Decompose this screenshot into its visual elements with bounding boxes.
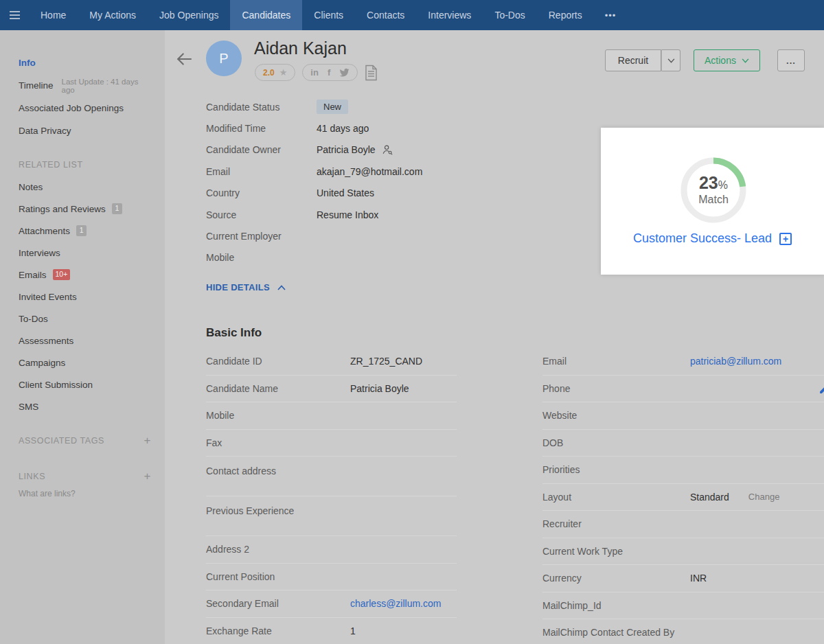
nav-item-candidates[interactable]: Candidates [230, 0, 302, 30]
detail-row-candidate-status: Candidate Status New [206, 96, 501, 117]
sidebar-item-campaigns[interactable]: Campaigns [19, 352, 152, 373]
sidebar-item-sms[interactable]: SMS [19, 395, 152, 417]
edit-pencil-icon[interactable] [819, 383, 824, 395]
associated-tags-section: ASSOCIATED TAGS + [19, 430, 152, 452]
recruit-split-button: Recruit [605, 49, 680, 71]
count-badge: 1 [112, 203, 122, 214]
nav-item-to-dos[interactable]: To-Dos [483, 0, 536, 30]
matched-job-link[interactable]: Customer Success- Lead + [601, 231, 824, 246]
field-label: Current Work Type [542, 546, 690, 557]
field-label: Country [206, 187, 317, 198]
detail-row-mobile: Mobile [206, 247, 501, 268]
nav-more-icon[interactable]: ••• [594, 0, 628, 30]
nav-item-contacts[interactable]: Contacts [355, 0, 416, 30]
field-label: Email [542, 356, 690, 367]
sidebar-item-assessments[interactable]: Assessments [19, 330, 152, 352]
email-link[interactable]: patriciab@zillum.com [690, 356, 781, 367]
secondary-email-link[interactable]: charless@zillum.com [350, 598, 441, 609]
sidebar-item-interviews[interactable]: Interviews [19, 242, 152, 264]
field-row-candidate-id: Candidate ID ZR_1725_CAND [206, 348, 457, 376]
field-row-phone: Phone [542, 376, 824, 403]
field-label: Phone [542, 383, 690, 394]
recruit-dropdown-icon[interactable] [661, 49, 680, 71]
match-label: Match [698, 194, 729, 206]
candidate-badges-row: 2.0 ★ in f [255, 64, 378, 81]
field-row-current-position: Current Position [206, 564, 457, 591]
resume-icon[interactable] [365, 65, 378, 81]
recruit-button[interactable]: Recruit [605, 49, 661, 71]
field-value: 1 [350, 625, 356, 636]
linkedin-icon[interactable]: in [310, 67, 319, 78]
change-owner-icon[interactable] [382, 144, 393, 155]
change-layout-link[interactable]: Change [748, 492, 780, 502]
match-score-card: 23% Match Customer Success- Lead + [601, 128, 824, 275]
chevron-down-icon [742, 58, 749, 63]
field-row-recruiter: Recruiter [542, 511, 824, 538]
field-row-candidate-name: Candidate Name Patricia Boyle [206, 376, 457, 403]
nav-item-my-actions[interactable]: My Actions [78, 0, 148, 30]
twitter-icon[interactable] [339, 68, 350, 77]
field-value: 41 days ago [317, 123, 369, 134]
nav-item-clients[interactable]: Clients [302, 0, 355, 30]
field-label: Website [542, 410, 690, 421]
add-tag-icon[interactable]: + [142, 434, 152, 448]
field-value: INR [690, 573, 707, 584]
sidebar-item-data-privacy[interactable]: Data Privacy [19, 119, 152, 142]
field-value: United States [317, 187, 374, 198]
sidebar-item-to-dos[interactable]: To-Dos [19, 308, 152, 330]
field-row-currency: Currency INR [542, 565, 824, 593]
sidebar-item-invited-events[interactable]: Invited Events [19, 286, 152, 308]
hide-details-link[interactable]: HIDE DETAILS [206, 282, 286, 292]
field-value: ZR_1725_CAND [350, 356, 422, 367]
star-icon: ★ [279, 68, 288, 77]
field-label: Mobile [206, 410, 350, 421]
field-label: Exchange Rate [206, 625, 350, 636]
nav-item-interviews[interactable]: Interviews [416, 0, 483, 30]
sidebar-item-notes[interactable]: Notes [19, 176, 152, 198]
field-row-mailchimp-id: MailChimp_Id [542, 593, 824, 620]
field-label: Mobile [206, 252, 317, 263]
actions-button[interactable]: Actions [694, 49, 760, 71]
nav-item-reports[interactable]: Reports [537, 0, 594, 30]
more-options-button[interactable]: ... [777, 49, 805, 71]
sidebar-item-client-submission[interactable]: Client Submission [19, 373, 152, 395]
hamburger-menu-icon[interactable] [0, 0, 29, 30]
what-are-links-link[interactable]: What are links? [19, 489, 152, 498]
facebook-icon[interactable]: f [328, 67, 330, 78]
nav-item-job-openings[interactable]: Job Openings [148, 0, 230, 30]
field-row-dob: DOB [542, 430, 824, 457]
field-label: Email [206, 166, 317, 177]
add-link-icon[interactable]: + [142, 470, 152, 483]
rating-pill[interactable]: 2.0 ★ [255, 64, 295, 81]
sidebar-item-info[interactable]: Info [19, 51, 152, 74]
sidebar-item-label: Emails [19, 270, 47, 280]
chevron-up-icon [277, 285, 286, 290]
actions-button-label: Actions [705, 55, 736, 66]
quick-details: Candidate Status New Modified Time 41 da… [206, 96, 501, 268]
basic-info-right-column: Email patriciab@zillum.com Phone Website… [542, 348, 824, 644]
basic-info-left-column: Candidate ID ZR_1725_CAND Candidate Name… [206, 348, 457, 644]
sidebar-item-associated-job-openings[interactable]: Associated Job Openings [19, 97, 152, 119]
sidebar-item-ratings-and-reviews[interactable]: Ratings and Reviews 1 [19, 198, 152, 220]
associate-job-plus-icon[interactable]: + [779, 233, 792, 245]
field-row-current-work-type: Current Work Type [542, 538, 824, 566]
field-value: Patricia Boyle [317, 144, 376, 155]
nav-item-home[interactable]: Home [29, 0, 78, 30]
social-pill: in f [302, 64, 358, 81]
field-label: Secondary Email [206, 598, 350, 609]
field-row-exchange-rate: Exchange Rate 1 [206, 618, 457, 644]
field-row-previous-experience: Previous Experience [206, 496, 457, 536]
field-row-contact-address: Contact address [206, 457, 457, 496]
field-row-email: Email patriciab@zillum.com [542, 348, 824, 376]
links-section: LINKS + [19, 465, 152, 487]
layout-value: Standard [690, 492, 729, 503]
sidebar-item-emails[interactable]: Emails 10+ [19, 264, 152, 286]
back-arrow-icon[interactable] [174, 49, 194, 69]
field-label: Current Position [206, 571, 350, 582]
candidate-name: Aidan Kajan [254, 38, 347, 58]
sidebar-item-attachments[interactable]: Attachments 1 [19, 220, 152, 242]
sidebar-item-timeline[interactable]: Timeline Last Update : 41 days ago [19, 74, 152, 97]
field-value: Patricia Boyle [350, 383, 409, 394]
field-label: Recruiter [542, 518, 690, 529]
detail-row-current-employer: Current Employer [206, 225, 501, 246]
